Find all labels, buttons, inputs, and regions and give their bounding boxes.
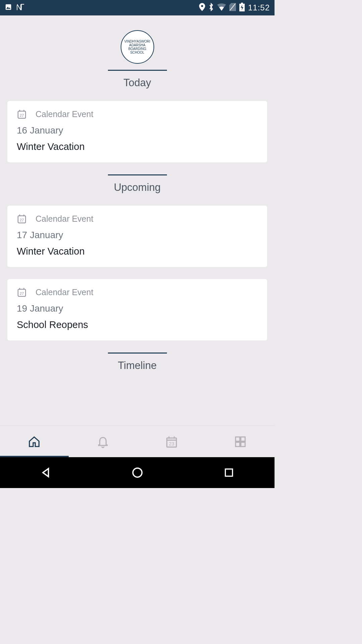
card-header: 27 Calendar Event xyxy=(17,214,258,224)
svg-rect-0 xyxy=(6,4,11,10)
nav-home[interactable] xyxy=(0,426,69,457)
sim-icon xyxy=(229,3,236,12)
section-divider xyxy=(108,70,167,71)
svg-rect-28 xyxy=(225,469,232,476)
status-time: 11:52 xyxy=(248,3,270,12)
event-type-label: Calendar Event xyxy=(36,109,93,119)
calendar-event-icon: 27 xyxy=(17,214,27,224)
status-right: 11:52 xyxy=(199,3,270,13)
nav-notifications[interactable] xyxy=(69,426,137,457)
event-title: Winter Vacation xyxy=(17,246,258,257)
svg-rect-23 xyxy=(235,437,240,441)
section-header-upcoming: Upcoming xyxy=(7,174,267,194)
svg-text:27: 27 xyxy=(20,291,24,296)
card-header: 27 Calendar Event xyxy=(17,287,258,297)
home-icon xyxy=(28,435,41,448)
svg-rect-4 xyxy=(241,3,243,4)
bottom-nav: 23 xyxy=(0,426,275,457)
status-left xyxy=(5,3,25,12)
event-date: 16 January xyxy=(17,125,258,136)
calendar-event-icon: 27 xyxy=(17,109,27,119)
section-divider xyxy=(108,174,167,175)
svg-rect-24 xyxy=(241,437,245,441)
sys-back-button[interactable] xyxy=(36,463,56,483)
event-title: School Reopens xyxy=(17,319,258,330)
calendar-event-icon: 27 xyxy=(17,287,27,297)
event-type-label: Calendar Event xyxy=(36,287,93,297)
n-icon xyxy=(16,3,25,12)
svg-rect-25 xyxy=(235,442,240,446)
school-logo: VINDHYASWORI ADARSHA BOARDING SCHOOL xyxy=(121,30,154,64)
event-date: 19 January xyxy=(17,303,258,314)
sys-recent-button[interactable] xyxy=(219,463,239,483)
event-card-upcoming-2[interactable]: 27 Calendar Event 19 January School Reop… xyxy=(7,279,267,340)
event-title: Winter Vacation xyxy=(17,141,258,152)
sys-home-button[interactable] xyxy=(127,463,147,483)
section-header-today: Today xyxy=(7,70,267,89)
square-recent-icon xyxy=(224,467,234,478)
grid-icon xyxy=(234,435,247,448)
svg-rect-26 xyxy=(241,442,245,446)
calendar-icon: 23 xyxy=(165,435,178,448)
logo-wrap: VINDHYASWORI ADARSHA BOARDING SCHOOL xyxy=(7,30,267,64)
section-header-timeline: Timeline xyxy=(7,353,267,372)
content-area: VINDHYASWORI ADARSHA BOARDING SCHOOL Tod… xyxy=(0,15,275,426)
section-title-upcoming: Upcoming xyxy=(114,181,161,194)
bell-icon xyxy=(97,435,109,448)
event-card-upcoming-1[interactable]: 27 Calendar Event 17 January Winter Vaca… xyxy=(7,206,267,267)
section-title-today: Today xyxy=(123,77,151,89)
status-bar: 11:52 xyxy=(0,0,275,15)
triangle-back-icon xyxy=(40,467,52,479)
bluetooth-icon xyxy=(208,3,214,13)
section-divider xyxy=(108,353,167,354)
circle-home-icon xyxy=(131,467,143,479)
svg-text:27: 27 xyxy=(20,113,24,117)
wifi-icon xyxy=(217,3,226,12)
svg-point-27 xyxy=(133,468,142,477)
gallery-icon xyxy=(5,3,12,12)
event-date: 17 January xyxy=(17,230,258,240)
card-header: 27 Calendar Event xyxy=(17,109,258,119)
svg-text:23: 23 xyxy=(169,441,174,446)
location-icon xyxy=(199,3,205,12)
section-title-timeline: Timeline xyxy=(118,360,157,372)
nav-calendar[interactable]: 23 xyxy=(137,426,206,457)
battery-charging-icon xyxy=(239,3,245,13)
svg-text:27: 27 xyxy=(20,218,24,222)
event-type-label: Calendar Event xyxy=(36,214,93,224)
event-card-today[interactable]: 27 Calendar Event 16 January Winter Vaca… xyxy=(7,101,267,162)
system-nav xyxy=(0,457,275,488)
nav-apps[interactable] xyxy=(206,426,275,457)
